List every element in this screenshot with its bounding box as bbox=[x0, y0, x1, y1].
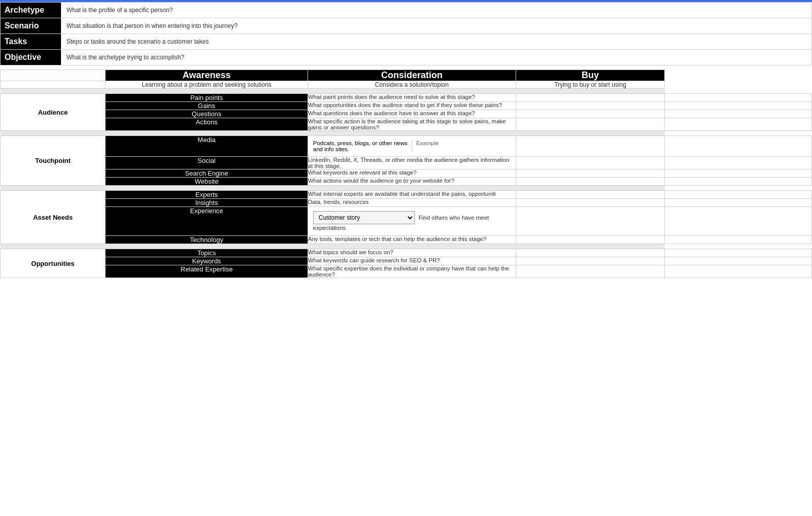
table-row: TouchpointMediaPodcats, press, blogs, or… bbox=[1, 136, 812, 157]
consideration-cell bbox=[516, 191, 665, 199]
table-row: OpportunitiesTopicsWhat topics should we… bbox=[1, 249, 812, 257]
awareness-cell: What internal experts are available that… bbox=[308, 191, 516, 199]
group-label: Asset Needs bbox=[1, 191, 106, 244]
awareness-cell: What questions does the audience have to… bbox=[308, 110, 516, 118]
legend-desc: What is the profile of a specific person… bbox=[61, 3, 812, 18]
awareness-cell: What topics should we focus on? bbox=[308, 249, 516, 257]
table-row: Search EngineWhat keywords are relevant … bbox=[1, 169, 812, 178]
buy-cell bbox=[665, 249, 812, 257]
buy-cell bbox=[665, 191, 812, 199]
table-row: KeywordsWhat keywords can guide research… bbox=[1, 257, 812, 265]
sub-label: Experience bbox=[106, 207, 308, 236]
consideration-cell bbox=[516, 110, 665, 118]
buy-cell bbox=[665, 265, 812, 278]
legend-row: Tasks Steps or tasks around the scenario… bbox=[1, 34, 812, 50]
awareness-cell: Podcats, press, blogs, or other news and… bbox=[308, 136, 516, 157]
awareness-cell: Data, trends, resources bbox=[308, 199, 516, 207]
sub-label: Experts bbox=[106, 191, 308, 199]
consideration-cell bbox=[516, 102, 665, 110]
legend-label: Objective bbox=[1, 50, 61, 65]
legend-label: Scenario bbox=[1, 18, 61, 34]
sub-label: Gains bbox=[106, 102, 308, 110]
sub-label: Questions bbox=[106, 110, 308, 118]
sub-label: Search Engine bbox=[106, 169, 308, 178]
legend-label: Tasks bbox=[1, 34, 61, 50]
buy-cell bbox=[665, 169, 812, 178]
media-example: Example bbox=[412, 140, 511, 152]
table-row: AudiencePain pointsWhat paint points doe… bbox=[1, 94, 812, 102]
buy-cell bbox=[665, 236, 812, 244]
group-label: Touchpoint bbox=[1, 136, 106, 186]
consideration-cell bbox=[516, 118, 665, 131]
table-row: SocialLinkedIn, Reddit, X, Threads, or o… bbox=[1, 157, 812, 169]
buy-subheader: Trying to buy or start using bbox=[516, 81, 665, 89]
legend-desc: What situation is that person in when en… bbox=[61, 18, 812, 34]
consideration-cell bbox=[516, 207, 665, 236]
awareness-cell: LinkedIn, Reddit, X, Threads, or other m… bbox=[308, 157, 516, 169]
sub-label: Keywords bbox=[106, 257, 308, 265]
consideration-cell bbox=[516, 94, 665, 102]
legend-row: Objective What is the archetype trying t… bbox=[1, 50, 812, 65]
page-wrapper: Archetype What is the profile of a speci… bbox=[0, 0, 812, 278]
group-label: Audience bbox=[1, 94, 106, 131]
corner-cell bbox=[1, 70, 106, 81]
awareness-cell: What keywords are relevant at this stage… bbox=[308, 169, 516, 178]
group-label: Opportunities bbox=[1, 249, 106, 278]
table-row: InsightsData, trends, resources bbox=[1, 199, 812, 207]
sub-label: Actions bbox=[106, 118, 308, 131]
corner-subheader bbox=[1, 81, 106, 89]
awareness-cell: Any tools, templates or tech that can he… bbox=[308, 236, 516, 244]
buy-cell bbox=[665, 157, 812, 169]
sub-label: Media bbox=[106, 136, 308, 157]
consideration-cell bbox=[516, 169, 665, 178]
table-row: TechnologyAny tools, templates or tech t… bbox=[1, 236, 812, 244]
sub-label: Pain points bbox=[106, 94, 308, 102]
legend-row: Scenario What situation is that person i… bbox=[1, 18, 812, 34]
buy-cell bbox=[665, 136, 812, 157]
main-table: Awareness Consideration Buy Learning abo… bbox=[0, 70, 812, 278]
consideration-cell bbox=[516, 157, 665, 169]
sub-label: Related Expertise bbox=[106, 265, 308, 278]
sub-label: Topics bbox=[106, 249, 308, 257]
awareness-cell: Customer storyCase studyTestimonialDemoF… bbox=[308, 207, 516, 236]
buy-cell bbox=[665, 118, 812, 131]
sub-label: Social bbox=[106, 157, 308, 169]
awareness-cell: What specific action is the audience tak… bbox=[308, 118, 516, 131]
table-row: Asset NeedsExpertsWhat internal experts … bbox=[1, 191, 812, 199]
table-row: ActionsWhat specific action is the audie… bbox=[1, 118, 812, 131]
awareness-cell: What specific expertise does the individ… bbox=[308, 265, 516, 278]
sub-label: Website bbox=[106, 178, 308, 186]
sub-label: Insights bbox=[106, 199, 308, 207]
table-row: Related ExpertiseWhat specific expertise… bbox=[1, 265, 812, 278]
consideration-cell bbox=[516, 236, 665, 244]
table-row: ExperienceCustomer storyCase studyTestim… bbox=[1, 207, 812, 236]
legend-desc: Steps or tasks around the scenario a cus… bbox=[61, 34, 812, 50]
buy-header: Buy bbox=[516, 70, 665, 81]
awareness-header: Awareness bbox=[106, 70, 308, 81]
table-row: GainsWhat opportunities does the audince… bbox=[1, 102, 812, 110]
consideration-cell bbox=[516, 178, 665, 186]
buy-cell bbox=[665, 94, 812, 102]
buy-cell bbox=[665, 102, 812, 110]
awareness-cell: What actions would the audience go to yo… bbox=[308, 178, 516, 186]
table-row: WebsiteWhat actions would the audience g… bbox=[1, 178, 812, 186]
buy-cell bbox=[665, 199, 812, 207]
media-text: Podcats, press, blogs, or other news and… bbox=[313, 140, 412, 152]
consideration-header: Consideration bbox=[308, 70, 516, 81]
sub-label: Technology bbox=[106, 236, 308, 244]
awareness-cell: What paint points does the audience need… bbox=[308, 94, 516, 102]
buy-cell bbox=[665, 110, 812, 118]
consideration-cell bbox=[516, 199, 665, 207]
buy-cell bbox=[665, 207, 812, 236]
legend-desc: What is the archetype trying to accompli… bbox=[61, 50, 812, 65]
consideration-subheader: Considera a solution/topion bbox=[308, 81, 516, 89]
awareness-subheader: Learning about a problem and seeking sol… bbox=[106, 81, 308, 89]
buy-cell bbox=[665, 257, 812, 265]
legend-row: Archetype What is the profile of a speci… bbox=[1, 3, 812, 18]
experience-dropdown[interactable]: Customer storyCase studyTestimonialDemo bbox=[313, 211, 415, 224]
awareness-cell: What keywords can guide research for SEO… bbox=[308, 257, 516, 265]
legend-label: Archetype bbox=[1, 3, 61, 18]
buy-cell bbox=[665, 178, 812, 186]
consideration-cell bbox=[516, 265, 665, 278]
awareness-cell: What opportunities does the audince stan… bbox=[308, 102, 516, 110]
